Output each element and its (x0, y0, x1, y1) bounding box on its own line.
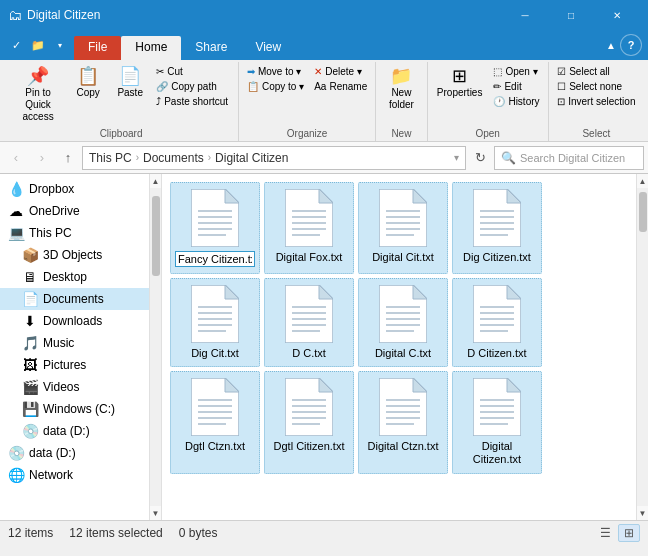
file-scroll-down[interactable]: ▼ (637, 506, 648, 520)
close-button[interactable]: ✕ (594, 0, 640, 30)
copy-button[interactable]: 📋 Copy (68, 64, 108, 101)
main-content: 💧 Dropbox ☁ OneDrive 💻 This PC 📦 3D Obje… (0, 174, 648, 520)
cut-button[interactable]: ✂ Cut (152, 64, 232, 79)
edit-button[interactable]: ✏ Edit (489, 79, 543, 94)
tab-share[interactable]: Share (181, 36, 241, 60)
ribbon-group-new: 📁 Newfolder New (376, 62, 428, 141)
sidebar-item-videos[interactable]: 🎬 Videos (0, 376, 149, 398)
rename-input[interactable] (175, 251, 255, 267)
sidebar-item-datad2[interactable]: 💿 data (D:) (0, 442, 149, 464)
move-label: Move to ▾ (258, 66, 301, 77)
help-button[interactable]: ? (620, 34, 642, 56)
qat-check[interactable]: ✓ (6, 35, 26, 55)
address-drop-btn[interactable]: ▾ (454, 152, 459, 163)
file-icon (285, 285, 333, 343)
qat-folder[interactable]: 📁 (28, 35, 48, 55)
new-folder-button[interactable]: 📁 Newfolder (381, 64, 421, 114)
qat-dropdown[interactable]: ▾ (50, 35, 70, 55)
maximize-button[interactable]: □ (548, 0, 594, 30)
rename-button[interactable]: Aa Rename (310, 79, 371, 94)
sidebar-label-thispc: This PC (29, 226, 72, 240)
select-none-button[interactable]: ☐ Select none (553, 79, 639, 94)
grid-view-button[interactable]: ⊞ (618, 524, 640, 542)
invert-icon: ⊡ (557, 96, 565, 107)
sidebar-item-desktop[interactable]: 🖥 Desktop (0, 266, 149, 288)
paste-button[interactable]: 📄 Paste (110, 64, 150, 101)
address-bar[interactable]: This PC › Documents › Digital Citizen ▾ (82, 146, 466, 170)
paste-shortcut-button[interactable]: ⤴ Paste shortcut (152, 94, 232, 109)
file-name: Dgtl Citizen.txt (274, 440, 345, 453)
tab-file[interactable]: File (74, 36, 121, 60)
sidebar-item-3dobjects[interactable]: 📦 3D Objects (0, 244, 149, 266)
delete-button[interactable]: ✕ Delete ▾ (310, 64, 371, 79)
file-item[interactable]: Digital Fox.txt (264, 182, 354, 274)
properties-button[interactable]: ⊞ Properties (432, 64, 488, 101)
cut-label: Cut (167, 66, 183, 77)
copy-icon: 📋 (77, 67, 99, 85)
file-item[interactable]: D C.txt (264, 278, 354, 367)
file-item[interactable]: Digital Citizen.txt (452, 371, 542, 473)
file-icon (191, 285, 239, 343)
organize-label: Organize (287, 128, 328, 139)
sidebar-item-thispc[interactable]: 💻 This PC (0, 222, 149, 244)
sidebar-item-onedrive[interactable]: ☁ OneDrive (0, 200, 149, 222)
open-button[interactable]: ⬚ Open ▾ (489, 64, 543, 79)
up-button[interactable]: ↑ (56, 146, 80, 170)
pin-icon: 📌 (27, 67, 49, 85)
file-item[interactable]: Digital Cit.txt (358, 182, 448, 274)
file-item[interactable]: Dig Cit.txt (170, 278, 260, 367)
invert-selection-button[interactable]: ⊡ Invert selection (553, 94, 639, 109)
sidebar-item-network[interactable]: 🌐 Network (0, 464, 149, 486)
file-item[interactable] (170, 182, 260, 274)
breadcrumb-thispc: This PC (89, 151, 132, 165)
copy-to-label: Copy to ▾ (262, 81, 304, 92)
copy-to-button[interactable]: 📋 Copy to ▾ (243, 79, 308, 94)
file-item[interactable]: Dig Citizen.txt (452, 182, 542, 274)
windowsc-icon: 💾 (22, 401, 38, 417)
file-item[interactable]: D Citizen.txt (452, 278, 542, 367)
forward-button[interactable]: › (30, 146, 54, 170)
clipboard-content: 📌 Pin to Quickaccess 📋 Copy 📄 Paste ✂ Cu… (10, 64, 232, 126)
sidebar-item-downloads[interactable]: ⬇ Downloads (0, 310, 149, 332)
tab-view[interactable]: View (241, 36, 295, 60)
file-icon (473, 285, 521, 343)
dropbox-icon: 💧 (8, 181, 24, 197)
sidebar-item-pictures[interactable]: 🖼 Pictures (0, 354, 149, 376)
sidebar-item-documents[interactable]: 📄 Documents (0, 288, 149, 310)
move-to-button[interactable]: ➡ Move to ▾ (243, 64, 308, 79)
sidebar-label-documents: Documents (43, 292, 104, 306)
file-item[interactable]: Digital Ctzn.txt (358, 371, 448, 473)
view-controls: ☰ ⊞ (594, 524, 640, 542)
back-button[interactable]: ‹ (4, 146, 28, 170)
file-scroll-up[interactable]: ▲ (637, 174, 648, 188)
file-icon (473, 378, 521, 436)
sidebar-item-datad1[interactable]: 💿 data (D:) (0, 420, 149, 442)
search-icon: 🔍 (501, 151, 516, 165)
open-content: ⊞ Properties ⬚ Open ▾ ✏ Edit 🕐 History (432, 64, 544, 126)
minimize-button[interactable]: ─ (502, 0, 548, 30)
select-all-button[interactable]: ☑ Select all (553, 64, 639, 79)
file-item[interactable]: Dgtl Citizen.txt (264, 371, 354, 473)
ribbon-collapse-btn[interactable]: ▲ (606, 40, 616, 51)
tab-home[interactable]: Home (121, 36, 181, 60)
pin-to-quick-button[interactable]: 📌 Pin to Quickaccess (10, 64, 66, 126)
desktop-icon: 🖥 (22, 269, 38, 285)
file-item[interactable]: Dgtl Ctzn.txt (170, 371, 260, 473)
file-item[interactable]: Digital C.txt (358, 278, 448, 367)
file-scroll-track (637, 188, 648, 506)
paste-label: Paste (117, 87, 143, 98)
sidebar-item-windowsc[interactable]: 💾 Windows (C:) (0, 398, 149, 420)
sidebar-scroll-up[interactable]: ▲ (150, 174, 161, 188)
sidebar-item-dropbox[interactable]: 💧 Dropbox (0, 178, 149, 200)
music-icon: 🎵 (22, 335, 38, 351)
sidebar-item-music[interactable]: 🎵 Music (0, 332, 149, 354)
history-button[interactable]: 🕐 History (489, 94, 543, 109)
select-all-icon: ☑ (557, 66, 566, 77)
search-bar[interactable]: 🔍 Search Digital Citizen (494, 146, 644, 170)
refresh-button[interactable]: ↻ (468, 146, 492, 170)
thispc-icon: 💻 (8, 225, 24, 241)
open-label: Open ▾ (505, 66, 537, 77)
sidebar-scroll-down[interactable]: ▼ (150, 506, 161, 520)
copy-path-button[interactable]: 🔗 Copy path (152, 79, 232, 94)
list-view-button[interactable]: ☰ (594, 524, 616, 542)
